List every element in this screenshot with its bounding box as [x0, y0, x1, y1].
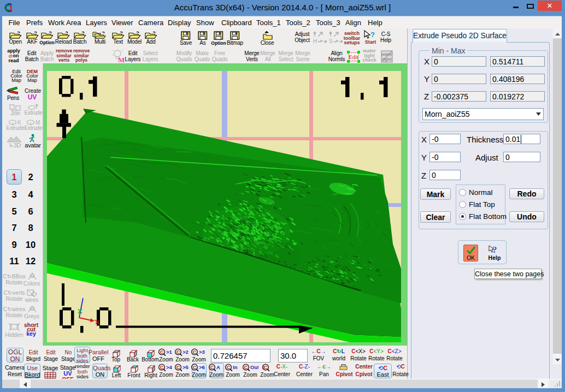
svg-text:C: C [193, 349, 197, 355]
svg-text:tight: tight [382, 57, 392, 62]
svg-text:C: C [160, 365, 164, 370]
svg-text:>4: >4 [166, 364, 173, 370]
svg-text:M: M [118, 56, 125, 63]
svg-text:Edit: Edit [349, 54, 358, 60]
svg-text:C: C [160, 349, 164, 355]
svg-text:H: H [313, 38, 317, 44]
svg-text:A: A [216, 364, 220, 370]
svg-text:C: C [227, 365, 231, 370]
svg-text:C: C [244, 365, 248, 370]
svg-text:?: ? [370, 31, 375, 39]
svg-text:>6: >6 [199, 364, 205, 370]
svg-text:water: water [381, 52, 392, 57]
svg-text:C: C [193, 365, 197, 370]
svg-text:C: C [264, 365, 268, 370]
svg-text:>1: >1 [166, 349, 173, 355]
svg-text:In: In [233, 364, 238, 370]
svg-text:C: C [210, 365, 214, 370]
svg-text:Out: Out [250, 364, 258, 370]
svg-text:>2: >2 [183, 349, 189, 355]
svg-text:>5: >5 [183, 364, 189, 370]
svg-text:C: C [176, 365, 180, 370]
svg-text:C: C [176, 349, 180, 355]
svg-text:>3: >3 [199, 349, 205, 355]
svg-text:S: S [329, 38, 333, 44]
